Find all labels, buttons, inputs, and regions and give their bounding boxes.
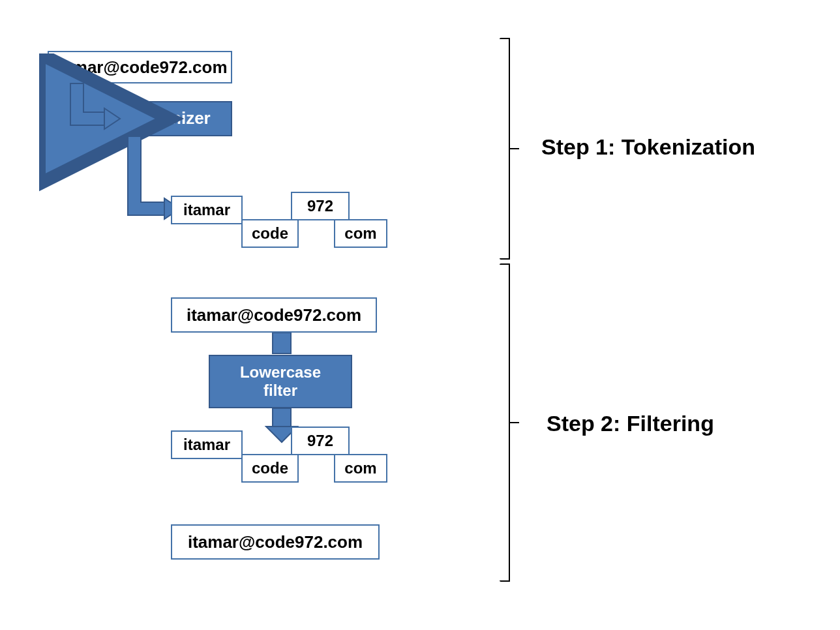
step2-filter-box: Lowercasefilter	[209, 355, 352, 408]
step2-output-box: itamar@code972.com	[171, 524, 380, 560]
step1-token-972: 972	[291, 192, 350, 220]
step1-token-code: code	[241, 219, 299, 248]
step2-input-box: itamar@code972.com	[171, 297, 377, 333]
bracket-step1	[509, 38, 510, 260]
step2-token-com: com	[334, 454, 387, 483]
step1-token-com: com	[334, 219, 387, 248]
step1-token-itamar: itamar	[171, 196, 243, 224]
step2-token-code: code	[241, 454, 299, 483]
diagram-canvas: itamar@code972.com Tokenizer itamar 972 …	[0, 0, 840, 630]
step2-token-itamar: itamar	[171, 430, 243, 459]
step2-label: Step 2: Filtering	[547, 411, 714, 436]
svg-marker-0	[104, 108, 120, 129]
step2-token-972: 972	[291, 427, 350, 455]
arrows-svg	[0, 0, 840, 630]
svg-rect-2	[273, 333, 291, 353]
step1-label: Step 1: Tokenization	[541, 134, 755, 160]
svg-rect-3	[273, 408, 291, 427]
bracket-step2	[509, 263, 510, 582]
